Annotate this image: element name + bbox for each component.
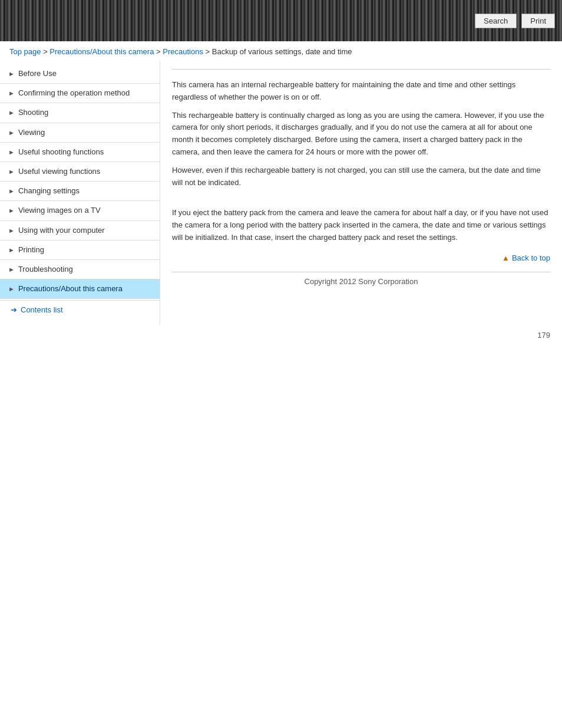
chevron-right-icon: ► <box>8 285 15 294</box>
sidebar-item-label: Changing settings <box>18 186 155 196</box>
page-number: 179 <box>0 325 562 340</box>
sidebar-item-label: Before Use <box>18 68 155 79</box>
copyright: Copyright 2012 Sony Corporation <box>172 277 550 292</box>
paragraph-4: If you eject the battery pack from the c… <box>172 207 550 243</box>
chevron-right-icon: ► <box>8 187 15 196</box>
paragraph-2: This rechargeable battery is continually… <box>172 110 550 159</box>
header: Search Print <box>0 0 562 41</box>
breadcrumb: Top page > Precautions/About this camera… <box>0 41 562 61</box>
main-content: This camera has an internal rechargeable… <box>160 61 562 325</box>
sidebar-item-label: Viewing images on a TV <box>18 205 155 216</box>
top-divider <box>172 69 550 70</box>
chevron-right-icon: ► <box>8 89 15 98</box>
sidebar-item-label: Viewing <box>18 127 155 138</box>
sidebar-item-label: Confirming the operation method <box>18 88 155 98</box>
sidebar-item-viewing[interactable]: ► Viewing <box>0 123 160 143</box>
chevron-right-icon: ► <box>8 265 15 274</box>
triangle-up-icon: ▲ <box>502 253 510 262</box>
back-to-top-label: Back to top <box>512 253 550 262</box>
chevron-right-icon: ► <box>8 206 15 215</box>
paragraph-1: This camera has an internal rechargeable… <box>172 79 550 104</box>
chevron-right-icon: ► <box>8 226 15 235</box>
paragraph-3: However, even if this rechargeable batte… <box>172 164 550 189</box>
contents-list-row: ➔ Contents list <box>0 300 160 319</box>
back-to-top-link[interactable]: ▲Back to top <box>502 253 550 262</box>
print-button[interactable]: Print <box>521 14 555 28</box>
sidebar-item-label: Troubleshooting <box>18 264 155 275</box>
content-body: This camera has an internal rechargeable… <box>172 79 550 244</box>
sidebar-item-precautions-about[interactable]: ► Precautions/About this camera <box>0 279 160 299</box>
sidebar-item-label: Useful viewing functions <box>18 166 155 177</box>
sidebar: ► Before Use ► Confirming the operation … <box>0 61 160 325</box>
chevron-right-icon: ► <box>8 246 15 255</box>
sidebar-item-label: Using with your computer <box>18 225 155 236</box>
back-to-top: ▲Back to top <box>172 253 550 262</box>
sidebar-item-confirming[interactable]: ► Confirming the operation method <box>0 84 160 103</box>
sidebar-item-changing-settings[interactable]: ► Changing settings <box>0 182 160 201</box>
sidebar-item-label: Useful shooting functions <box>18 147 155 157</box>
footer-divider <box>172 272 550 272</box>
sidebar-item-label: Shooting <box>18 107 155 118</box>
layout: ► Before Use ► Confirming the operation … <box>0 61 562 325</box>
chevron-right-icon: ► <box>8 70 15 78</box>
chevron-right-icon: ► <box>8 108 15 117</box>
sidebar-item-before-use[interactable]: ► Before Use <box>0 64 160 84</box>
breadcrumb-top[interactable]: Top page <box>9 47 41 56</box>
sidebar-item-label: Precautions/About this camera <box>18 284 155 294</box>
search-button[interactable]: Search <box>475 14 517 28</box>
sidebar-item-using-computer[interactable]: ► Using with your computer <box>0 221 160 241</box>
chevron-right-icon: ► <box>8 167 15 176</box>
chevron-right-icon: ► <box>8 148 15 157</box>
sidebar-item-label: Printing <box>18 245 155 255</box>
sidebar-item-useful-shooting[interactable]: ► Useful shooting functions <box>0 143 160 162</box>
sidebar-item-shooting[interactable]: ► Shooting <box>0 103 160 123</box>
sidebar-item-printing[interactable]: ► Printing <box>0 241 160 260</box>
sidebar-item-viewing-tv[interactable]: ► Viewing images on a TV <box>0 201 160 220</box>
breadcrumb-precautions[interactable]: Precautions <box>163 47 203 56</box>
chevron-right-icon: ► <box>8 129 15 137</box>
sidebar-item-useful-viewing[interactable]: ► Useful viewing functions <box>0 162 160 182</box>
arrow-right-icon: ➔ <box>11 305 17 314</box>
contents-list-link[interactable]: Contents list <box>21 305 63 314</box>
breadcrumb-precautions-about[interactable]: Precautions/About this camera <box>49 47 154 56</box>
sidebar-item-troubleshooting[interactable]: ► Troubleshooting <box>0 260 160 279</box>
breadcrumb-current: Backup of various settings, date and tim… <box>212 47 352 56</box>
